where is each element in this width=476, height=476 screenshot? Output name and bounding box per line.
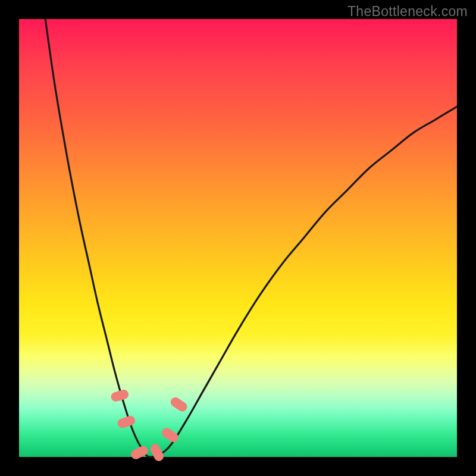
bottleneck-curve [45,19,457,457]
curve-marker [169,396,189,414]
curve-marker [110,389,130,403]
plot-area [19,19,457,457]
curve-marker [129,444,149,461]
curve-marker [117,415,137,430]
watermark-text: TheBottleneck.com [347,4,468,20]
chart-frame: TheBottleneck.com [0,0,476,476]
curve-markers [110,389,189,462]
bottleneck-curve-svg [19,19,457,457]
curve-marker [160,426,180,444]
